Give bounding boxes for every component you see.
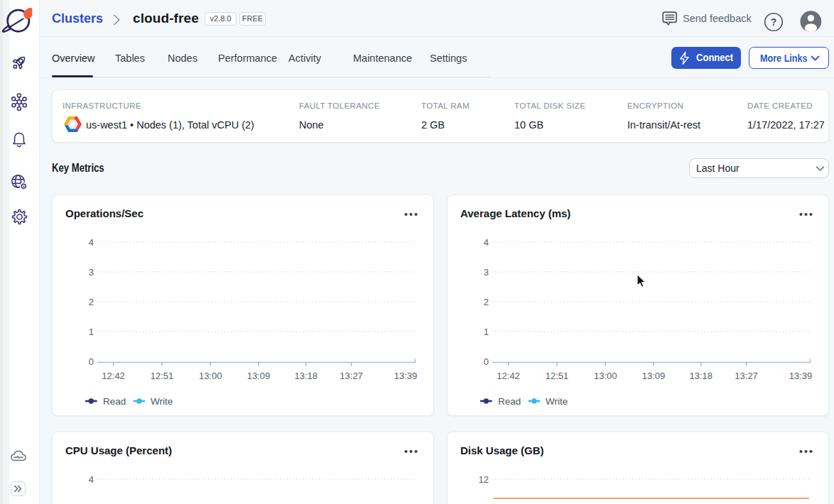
svg-text:13:09: 13:09 [247, 371, 271, 381]
svg-text:12:42: 12:42 [102, 371, 125, 381]
svg-text:12: 12 [479, 474, 489, 485]
svg-text:Read: Read [498, 396, 521, 407]
svg-text:12:51: 12:51 [546, 371, 569, 381]
svg-text:13:27: 13:27 [340, 371, 363, 381]
svg-text:13:00: 13:00 [199, 371, 222, 381]
svg-text:13:18: 13:18 [295, 371, 318, 381]
svg-text:?: ? [771, 16, 777, 28]
svg-text:13:09: 13:09 [642, 371, 666, 381]
svg-text:4: 4 [484, 237, 489, 248]
svg-text:Read: Read [103, 396, 126, 407]
svg-text:2: 2 [89, 297, 94, 307]
svg-text:3: 3 [89, 267, 94, 278]
svg-text:4: 4 [89, 237, 94, 248]
svg-text:0: 0 [484, 356, 489, 367]
svg-text:3: 3 [484, 267, 489, 278]
svg-text:4: 4 [89, 474, 94, 485]
svg-text:Write: Write [151, 396, 173, 407]
svg-text:1: 1 [89, 327, 94, 337]
svg-text:0: 0 [89, 356, 94, 367]
svg-text:12:51: 12:51 [151, 371, 174, 381]
svg-text:13:27: 13:27 [735, 371, 758, 381]
svg-text:13:39: 13:39 [789, 371, 813, 381]
svg-text:1: 1 [484, 327, 489, 337]
svg-text:Write: Write [546, 396, 568, 407]
svg-text:13:18: 13:18 [690, 371, 713, 381]
svg-text:13:00: 13:00 [594, 371, 617, 381]
svg-text:2: 2 [484, 297, 489, 307]
svg-text:12:42: 12:42 [497, 371, 520, 381]
svg-text:13:39: 13:39 [394, 371, 418, 381]
